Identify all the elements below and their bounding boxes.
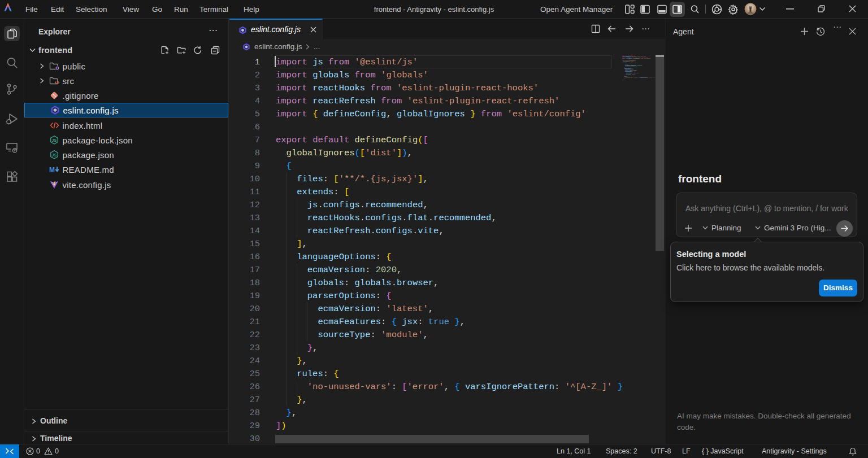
svg-text:M: M [49, 166, 55, 173]
svg-text:JS: JS [51, 153, 57, 157]
svg-text:JS: JS [51, 138, 57, 142]
